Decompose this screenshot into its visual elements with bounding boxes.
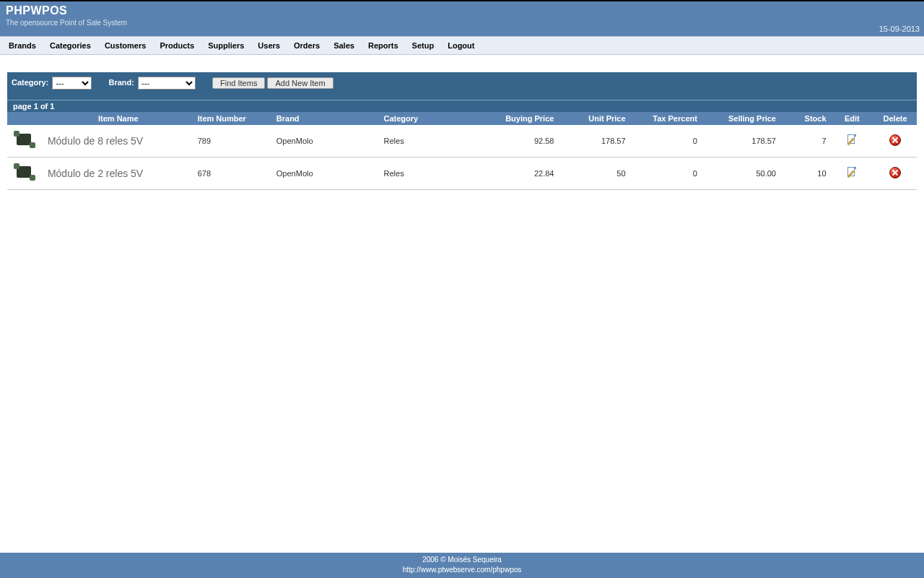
edit-icon xyxy=(846,134,858,146)
nav-sales[interactable]: Sales xyxy=(328,40,360,51)
nav-suppliers[interactable]: Suppliers xyxy=(202,40,250,51)
cell-unit-price: 178.57 xyxy=(558,125,629,158)
cell-selling-price: 50.00 xyxy=(702,158,780,190)
find-items-button[interactable]: Find Items xyxy=(212,77,265,89)
app-header: PHPWPOS The opensource Point of Sale Sys… xyxy=(0,1,924,36)
edit-icon xyxy=(846,167,858,178)
cell-brand: OpenMolo xyxy=(272,125,380,158)
nav-products[interactable]: Products xyxy=(154,40,200,51)
nav-brands[interactable]: Brands xyxy=(3,40,42,51)
cell-item-name[interactable]: Módulo de 2 reles 5V xyxy=(48,168,143,179)
items-table: Item Name Item Number Brand Category Buy… xyxy=(7,112,917,190)
col-item-number: Item Number xyxy=(193,112,272,125)
product-thumb-icon xyxy=(14,162,37,184)
cell-stock: 7 xyxy=(780,125,831,158)
nav-reports[interactable]: Reports xyxy=(362,40,404,51)
col-brand: Brand xyxy=(272,112,380,125)
cell-item-number: 678 xyxy=(193,158,272,190)
filter-bar: Category: --- Brand: --- Find Items Add … xyxy=(7,72,917,100)
cell-category: Reles xyxy=(380,125,480,158)
nav-orders[interactable]: Orders xyxy=(288,40,326,51)
delete-icon xyxy=(889,134,901,146)
col-category: Category xyxy=(380,112,480,125)
col-delete: Delete xyxy=(873,112,917,125)
delete-button[interactable] xyxy=(889,171,901,180)
cell-item-name[interactable]: Módulo de 8 reles 5V xyxy=(48,135,143,147)
add-new-item-button[interactable]: Add New Item xyxy=(267,77,333,89)
nav-setup[interactable]: Setup xyxy=(406,40,440,51)
app-title: PHPWPOS xyxy=(6,4,918,17)
delete-icon xyxy=(889,167,901,178)
col-stock: Stock xyxy=(780,112,831,125)
delete-button[interactable] xyxy=(889,139,901,147)
cell-brand: OpenMolo xyxy=(272,158,380,190)
col-unit-price: Unit Price xyxy=(558,112,629,125)
category-select[interactable]: --- xyxy=(52,77,92,90)
footer-link[interactable]: http://www.ptwebserve.com/phpwpos xyxy=(403,566,522,574)
cell-item-number: 789 xyxy=(193,125,272,158)
table-row: Módulo de 2 reles 5V 678 OpenMolo Reles … xyxy=(7,158,917,190)
edit-button[interactable] xyxy=(846,171,858,180)
cell-buying-price: 22.84 xyxy=(479,158,558,190)
table-row: Módulo de 8 reles 5V 789 OpenMolo Reles … xyxy=(7,125,917,158)
col-buying-price: Buying Price xyxy=(479,112,558,125)
app-subtitle: The opensource Point of Sale System xyxy=(6,19,918,27)
col-tax-percent: Tax Percent xyxy=(630,112,702,125)
cell-stock: 10 xyxy=(780,158,831,190)
nav-logout[interactable]: Logout xyxy=(442,40,480,51)
nav-customers[interactable]: Customers xyxy=(99,40,152,51)
pagination-info: page 1 of 1 xyxy=(7,100,917,112)
footer: 2006 © Moisés Sequeira http://www.ptwebs… xyxy=(0,553,924,578)
col-item-name: Item Name xyxy=(43,112,193,125)
cell-unit-price: 50 xyxy=(558,158,629,190)
col-thumb xyxy=(7,112,43,125)
col-edit: Edit xyxy=(831,112,874,125)
cell-tax-percent: 0 xyxy=(630,158,702,190)
nav-categories[interactable]: Categories xyxy=(44,40,97,51)
cell-category: Reles xyxy=(380,158,480,190)
brand-select[interactable]: --- xyxy=(138,77,196,90)
brand-label: Brand: xyxy=(108,78,134,87)
category-label: Category: xyxy=(12,78,48,87)
nav-users[interactable]: Users xyxy=(252,40,286,51)
footer-copyright: 2006 © Moisés Sequeira xyxy=(0,555,924,565)
main-nav: Brands Categories Customers Products Sup… xyxy=(0,36,924,55)
cell-selling-price: 178.57 xyxy=(702,125,780,158)
header-date: 15-09-2013 xyxy=(879,25,920,33)
cell-tax-percent: 0 xyxy=(630,125,702,158)
col-selling-price: Selling Price xyxy=(702,112,780,125)
product-thumb-icon xyxy=(14,129,37,151)
edit-button[interactable] xyxy=(846,139,858,147)
cell-buying-price: 92.58 xyxy=(479,125,558,158)
